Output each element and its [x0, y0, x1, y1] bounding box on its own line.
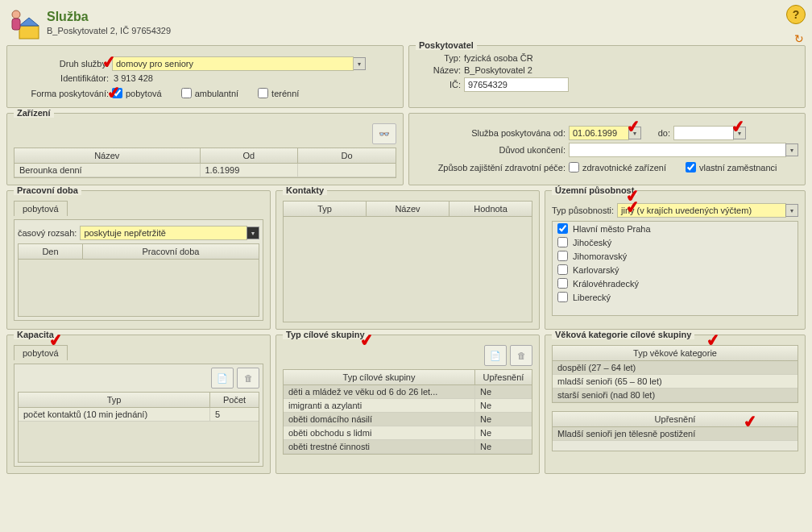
ambulantni-checkbox[interactable]: [181, 88, 192, 98]
ambulantni-checkbox-wrap[interactable]: ambulantní: [181, 88, 238, 98]
territory-legend: Územní působnost: [552, 185, 637, 195]
working-hours-legend: Pracovní doba: [14, 185, 81, 195]
refresh-icon[interactable]: ↻: [794, 32, 804, 45]
table-row[interactable]: oběti domácího násilíNe: [284, 413, 532, 426]
contacts-col-typ: Typ: [284, 202, 367, 216]
target-col-upr: Upřesnění: [475, 370, 532, 384]
contacts-col-nazev: Název: [367, 202, 450, 216]
table-row[interactable]: oběti obchodu s lidmiNe: [284, 426, 532, 440]
page-subtitle: B_Poskytovatel 2, IČ 97654329: [47, 26, 171, 35]
duvod-dropdown[interactable]: ▾: [785, 143, 798, 156]
table-row[interactable]: dospělí (27 – 64 let): [553, 361, 798, 375]
svg-rect-0: [19, 26, 39, 39]
service-type-input[interactable]: domovy pro seniory: [112, 56, 354, 71]
provider-typ-label: Typ:: [416, 53, 464, 63]
od-dropdown[interactable]: ▾: [628, 127, 641, 139]
svg-rect-3: [12, 19, 20, 30]
page-title: Služba: [47, 10, 171, 24]
duvod-label: Důvod ukončení:: [416, 145, 569, 155]
table-row[interactable]: oběti trestné činnostiNe: [284, 440, 532, 454]
target-col-typ: Typ cílové skupiny: [284, 370, 475, 384]
duvod-input[interactable]: [569, 143, 786, 157]
contacts-panel: Kontakty Typ Název Hodnota: [276, 190, 540, 330]
working-hours-panel: Pracovní doba pobytová časový rozsah: po…: [6, 190, 271, 330]
typ-pusobnosti-input[interactable]: jiný (v krajích uvedených výčtem): [617, 203, 786, 218]
age-category-panel: Věková kategorie cílové skupiny ✔ Typ vě…: [545, 335, 806, 474]
age-category-legend: Věková kategorie cílové skupiny: [552, 330, 694, 339]
target-group-panel: Typ cílové skupiny ✔ 📄 🗑 Typ cílové skup…: [276, 335, 540, 474]
od-input[interactable]: 01.06.1999: [569, 126, 629, 140]
add-capacity-button[interactable]: 📄: [211, 368, 234, 389]
region-item[interactable]: Jihomoravský: [553, 249, 798, 263]
rozsah-label: časový rozsah:: [18, 228, 80, 238]
facility-table: Název Od Do Berounka denní 1.6.1999: [14, 148, 396, 178]
svg-point-2: [12, 10, 20, 19]
vlastni-zam-checkbox[interactable]: [686, 162, 696, 172]
terenni-checkbox[interactable]: [258, 88, 268, 98]
capacity-row[interactable]: počet kontaktů (10 min jednání) 5: [19, 408, 259, 422]
pobytova-checkbox-wrap[interactable]: pobytová: [112, 88, 162, 98]
table-row[interactable]: imigranti a azylantiNe: [284, 399, 532, 413]
provider-legend: Poskytovatel: [416, 40, 477, 50]
terenni-checkbox-wrap[interactable]: terénní: [258, 88, 299, 98]
provider-ic-label: IČ:: [416, 80, 464, 89]
facility-panel: Zařízení 👓 Název Od Do Berounka denní 1.…: [6, 113, 404, 185]
regions-list[interactable]: Hlavní město Praha Jihočeský Jihomoravsk…: [552, 221, 798, 316]
provider-ic-input[interactable]: 97654329: [464, 77, 569, 92]
header: Služba B_Poskytovatel 2, IČ 97654329 ? ↻: [0, 0, 812, 42]
region-item[interactable]: Hlavní město Praha: [553, 222, 798, 235]
provider-panel: Poskytovatel Typ: fyzická osoba ČR Název…: [408, 45, 806, 108]
service-type-label: Druh služby:: [14, 59, 112, 69]
do-label: do:: [641, 128, 673, 138]
provider-nazev-label: Název:: [416, 65, 464, 75]
help-icon[interactable]: ?: [786, 5, 806, 24]
upresneni-col: Upřesnění: [553, 412, 798, 426]
svg-marker-1: [19, 18, 39, 26]
add-target-button[interactable]: 📄: [484, 345, 507, 366]
zpusob-label: Způsob zajištění zdravotní péče:: [416, 163, 569, 172]
facility-col-nazev: Název: [14, 148, 201, 163]
facility-col-od: Od: [201, 148, 299, 163]
contacts-col-hodnota: Hodnota: [450, 202, 532, 216]
table-row[interactable]: děti a mládež ve věku od 6 do 26 let...N…: [284, 385, 532, 399]
do-input[interactable]: [673, 126, 734, 140]
territory-panel: Územní působnost ✔ Typ působnosti: jiný …: [545, 190, 806, 330]
zdravot-zarizeni-checkbox[interactable]: [569, 162, 579, 172]
contacts-legend: Kontakty: [283, 185, 327, 195]
target-group-legend: Typ cílové skupiny: [283, 330, 368, 339]
service-icon: [8, 6, 40, 39]
remove-target-button[interactable]: 🗑: [510, 345, 532, 366]
identifier-label: Identifikátor:: [14, 73, 112, 83]
rozsah-input[interactable]: poskytuje nepřetržitě: [80, 226, 247, 240]
capacity-col-typ: Typ: [19, 393, 210, 407]
vlastni-zam-wrap[interactable]: vlastní zaměstnanci: [686, 162, 777, 172]
service-dates-panel: Služba poskytována od: 01.06.1999 ▾ do: …: [408, 113, 806, 185]
service-type-dropdown[interactable]: ▾: [353, 57, 366, 70]
wh-col-doba: Pracovní doba: [83, 244, 259, 259]
provider-typ-value: fyzická osoba ČR: [464, 53, 533, 63]
wh-col-den: Den: [19, 244, 83, 259]
age-col: Typ věkové kategorie: [553, 346, 798, 360]
region-item[interactable]: Jihočeský: [553, 235, 798, 249]
typ-pusobnosti-dropdown[interactable]: ▾: [785, 204, 798, 217]
facility-legend: Zařízení: [14, 108, 54, 118]
pobytova-checkbox[interactable]: [112, 88, 122, 98]
region-item[interactable]: Královéhradecký: [553, 276, 798, 290]
do-dropdown[interactable]: ▾: [733, 127, 746, 139]
table-row[interactable]: Mladší senioři jen tělesně postižení: [553, 427, 798, 441]
remove-capacity-button[interactable]: 🗑: [237, 368, 259, 389]
tab-pobytova[interactable]: pobytová: [14, 201, 68, 216]
provider-nazev-value: B_Poskytovatel 2: [464, 65, 532, 75]
region-item[interactable]: Liberecký: [553, 290, 798, 304]
service-type-panel: Druh služby: domovy pro seniory ▾ ✔ Iden…: [6, 45, 404, 108]
region-item[interactable]: Karlovarský: [553, 263, 798, 276]
facility-row[interactable]: Berounka denní 1.6.1999: [14, 164, 396, 177]
rozsah-dropdown[interactable]: ▾: [246, 227, 259, 239]
capacity-panel: Kapacita ✔ pobytová 📄 🗑 Typ Počet počet …: [6, 335, 271, 474]
table-row[interactable]: starší senioři (nad 80 let): [553, 389, 798, 402]
zdravot-zarizeni-wrap[interactable]: zdravotnické zařízení: [569, 162, 666, 172]
table-row[interactable]: mladší senioři (65 – 80 let): [553, 375, 798, 389]
capacity-tab-pobytova[interactable]: pobytová: [14, 345, 68, 360]
binoculars-icon[interactable]: 👓: [372, 123, 396, 144]
form-label: Forma poskytování:: [14, 89, 112, 98]
